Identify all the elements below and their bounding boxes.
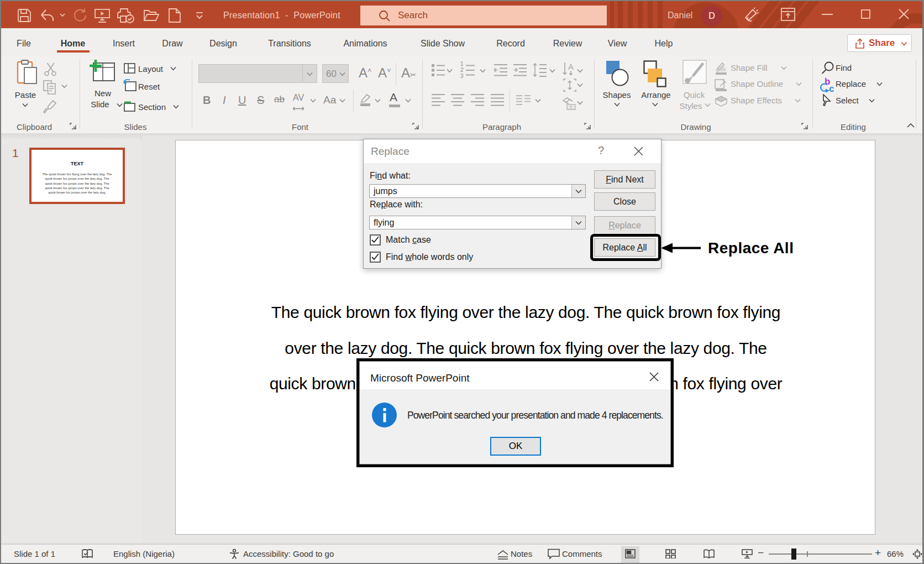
svg-text:A: A: [568, 62, 574, 71]
svg-text:c: c: [829, 83, 834, 93]
